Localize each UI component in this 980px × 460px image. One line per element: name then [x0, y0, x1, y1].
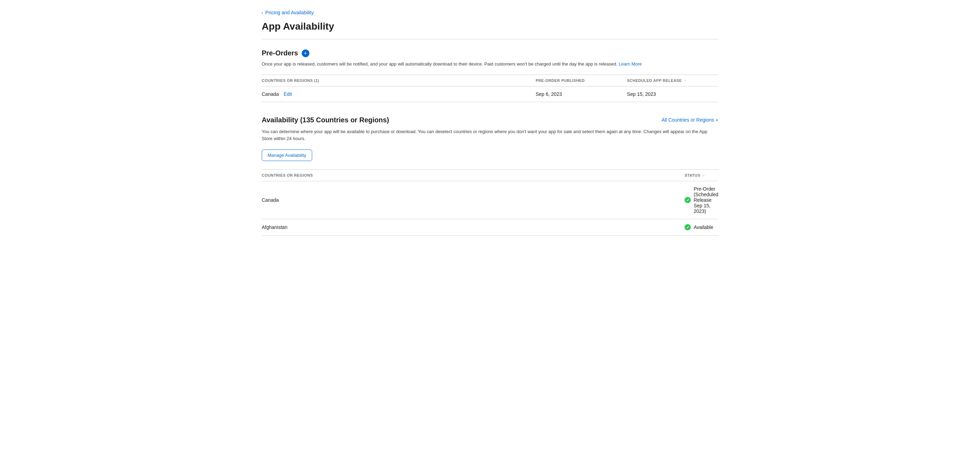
manage-availability-button[interactable]: Manage Availability: [262, 150, 312, 161]
preorder-published-cell: Sep 6, 2023: [536, 86, 627, 102]
col-header-preorder: PRE-ORDER PUBLISHED: [536, 75, 627, 86]
status-check-icon: [684, 197, 691, 203]
avail-status-canada: Pre-Order (Scheduled Release Sep 15, 202…: [684, 181, 718, 219]
status-check-icon-2: [684, 224, 691, 230]
add-preorder-button[interactable]: +: [302, 50, 309, 57]
avail-country-canada: Canada: [262, 181, 684, 219]
preorders-section: Pre-Orders + Once your app is released, …: [262, 49, 718, 102]
status-text-afghanistan: Available: [694, 224, 713, 230]
preorders-table-row: Canada Edit Sep 6, 2023 Sep 15, 2023: [262, 86, 718, 102]
preorders-table-header-row: COUNTRIES OR REGIONS (1) PRE-ORDER PUBLI…: [262, 75, 718, 86]
preorders-description: Once your app is released, customers wil…: [262, 61, 718, 68]
learn-more-link[interactable]: Learn More: [619, 61, 642, 67]
all-countries-link[interactable]: All Countries or Regions ∨: [662, 117, 718, 123]
col-header-scheduled[interactable]: SCHEDULED APP RELEASE ↑: [627, 75, 718, 86]
sort-icon: ↑: [684, 79, 686, 83]
availability-row-afghanistan: Afghanistan Available: [262, 219, 718, 236]
country-name: Canada: [262, 91, 279, 97]
status-cell-afghanistan: Available: [684, 224, 718, 230]
status-text-canada: Pre-Order (Scheduled Release Sep 15, 202…: [694, 186, 718, 214]
preorders-country-cell: Canada Edit: [262, 86, 536, 102]
scheduled-release-cell: Sep 15, 2023: [627, 86, 718, 102]
avail-col-header-status[interactable]: STATUS ↑: [684, 170, 718, 181]
availability-section: Availability (135 Countries or Regions) …: [262, 116, 718, 236]
availability-title: Availability (135 Countries or Regions): [262, 116, 389, 124]
avail-status-afghanistan: Available: [684, 219, 718, 236]
status-sort-icon: ↑: [703, 174, 705, 177]
preorders-section-header: Pre-Orders +: [262, 49, 718, 57]
preorders-title: Pre-Orders: [262, 49, 298, 57]
chevron-down-icon: ∨: [716, 118, 718, 122]
page-title: App Availability: [262, 21, 718, 32]
preorders-table: COUNTRIES OR REGIONS (1) PRE-ORDER PUBLI…: [262, 75, 718, 102]
page-container: ‹ Pricing and Availability App Availabil…: [245, 0, 735, 270]
availability-description: You can determine where your app will be…: [262, 128, 714, 143]
back-chevron-icon: ‹: [262, 10, 263, 15]
avail-col-header-countries: COUNTRIES OR REGIONS: [262, 170, 684, 181]
col-header-countries: COUNTRIES OR REGIONS (1): [262, 75, 536, 86]
availability-table: COUNTRIES OR REGIONS STATUS ↑ Canada Pre…: [262, 169, 718, 236]
availability-row-canada: Canada Pre-Order (Scheduled Release Sep …: [262, 181, 718, 219]
breadcrumb: ‹ Pricing and Availability: [262, 10, 718, 15]
status-cell-canada: Pre-Order (Scheduled Release Sep 15, 202…: [684, 186, 718, 214]
availability-header-row: Availability (135 Countries or Regions) …: [262, 116, 718, 124]
availability-table-header-row: COUNTRIES OR REGIONS STATUS ↑: [262, 170, 718, 181]
title-divider: [262, 39, 718, 39]
edit-link[interactable]: Edit: [284, 91, 292, 97]
avail-country-afghanistan: Afghanistan: [262, 219, 684, 236]
breadcrumb-link[interactable]: Pricing and Availability: [265, 10, 313, 15]
